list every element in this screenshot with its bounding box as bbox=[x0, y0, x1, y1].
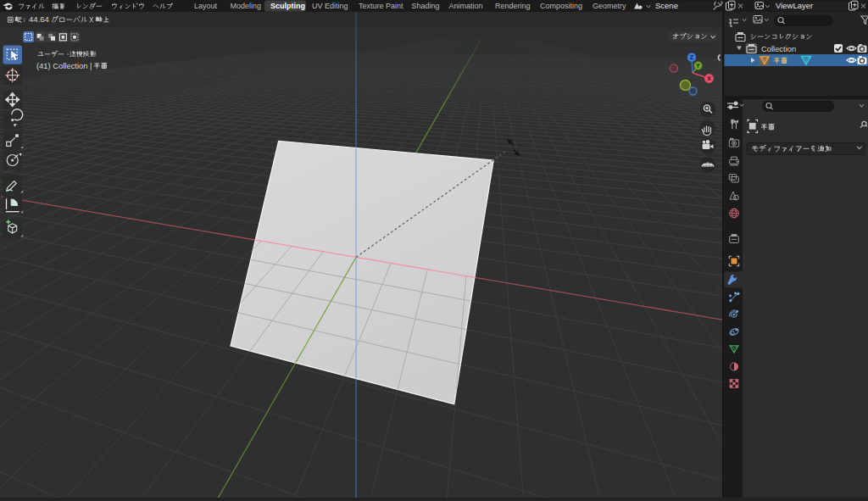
svg-text:UV Editing: UV Editing bbox=[312, 2, 348, 10]
svg-text:Texture Paint: Texture Paint bbox=[359, 2, 403, 10]
svg-text:Animation: Animation bbox=[449, 2, 483, 10]
svg-text:X: X bbox=[707, 75, 711, 81]
svg-text:Layout: Layout bbox=[194, 2, 218, 10]
svg-text:Scene: Scene bbox=[655, 1, 678, 10]
svg-text:Sculpting: Sculpting bbox=[270, 2, 305, 10]
svg-text:Rendering: Rendering bbox=[495, 2, 531, 10]
svg-text:Compositing: Compositing bbox=[540, 2, 582, 10]
svg-text:Y: Y bbox=[696, 63, 700, 69]
svg-text:Shading: Shading bbox=[412, 2, 440, 10]
svg-text:Geometry: Geometry bbox=[593, 2, 626, 10]
svg-text:ViewLayer: ViewLayer bbox=[776, 1, 813, 10]
svg-text:Z: Z bbox=[690, 54, 693, 60]
svg-text:Modeling: Modeling bbox=[231, 2, 262, 10]
svg-text:44.64: 44.64 bbox=[29, 14, 49, 24]
svg-text:(41) Collection |: (41) Collection | bbox=[36, 61, 92, 70]
svg-text:Collection: Collection bbox=[761, 44, 796, 53]
